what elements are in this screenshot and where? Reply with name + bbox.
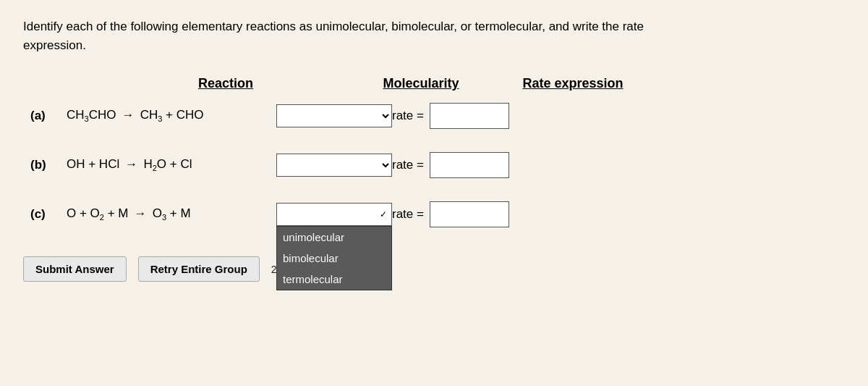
row-c-rate-container: rate = — [392, 201, 551, 227]
option-unimolecular[interactable]: unimolecular — [277, 227, 391, 248]
bottom-bar: Submit Answer Retry Entire Group 2 more … — [23, 256, 845, 282]
row-c-dropdown-menu: unimolecular bimolecular termolecular — [276, 226, 392, 290]
row-c-dropdown-wrapper[interactable]: ✓ unimolecular bimolecular termolecular — [276, 203, 392, 226]
row-a-label: (a) — [30, 109, 67, 123]
row-c-label: (c) — [30, 207, 67, 222]
instructions-text: Identify each of the following elementar… — [23, 17, 674, 54]
page-container: Identify each of the following elementar… — [0, 0, 868, 296]
row-a-rate-input[interactable] — [430, 103, 509, 129]
table-header: Reaction Molecularity Rate expression — [103, 76, 845, 91]
row-a: (a) CH3CHO → CH3 + CHO unimolecular bimo… — [30, 103, 845, 129]
row-a-dropdown-wrapper: unimolecular bimolecular termolecular — [276, 104, 392, 127]
reaction-header: Reaction — [103, 76, 349, 91]
molecularity-header: Molecularity — [349, 76, 493, 91]
option-termolecular[interactable]: termolecular — [277, 269, 391, 290]
row-b-label: (b) — [30, 158, 67, 172]
row-c-rate-input[interactable] — [430, 201, 509, 227]
submit-answer-button[interactable]: Submit Answer — [23, 256, 127, 282]
row-c: (c) O + O2 + M → O3 + M ✓ unimolecular b… — [30, 201, 845, 227]
row-c-rate-label: rate = — [392, 207, 424, 222]
row-c-reaction: O + O2 + M → O3 + M — [67, 206, 276, 222]
row-a-reaction: CH3CHO → CH3 + CHO — [67, 108, 276, 123]
row-b-rate-label: rate = — [392, 158, 424, 172]
row-b: (b) OH + HCl → H2O + Cl unimolecular bim… — [30, 152, 845, 178]
row-a-rate-label: rate = — [392, 109, 424, 123]
row-b-dropdown-wrapper: unimolecular bimolecular termolecular — [276, 154, 392, 177]
chevron-down-icon: ✓ — [380, 209, 387, 219]
row-a-rate-container: rate = — [392, 103, 551, 129]
rate-expression-header: Rate expression — [493, 76, 652, 91]
retry-group-button[interactable]: Retry Entire Group — [138, 256, 260, 282]
row-b-molecularity-select[interactable]: unimolecular bimolecular termolecular — [276, 154, 392, 177]
row-b-rate-container: rate = — [392, 152, 551, 178]
row-b-reaction: OH + HCl → H2O + Cl — [67, 157, 276, 172]
row-a-molecularity-select[interactable]: unimolecular bimolecular termolecular — [276, 104, 392, 127]
option-bimolecular[interactable]: bimolecular — [277, 248, 391, 269]
row-c-select-trigger[interactable]: ✓ — [276, 203, 392, 226]
row-b-rate-input[interactable] — [430, 152, 509, 178]
table-area: Reaction Molecularity Rate expression (a… — [30, 76, 845, 251]
